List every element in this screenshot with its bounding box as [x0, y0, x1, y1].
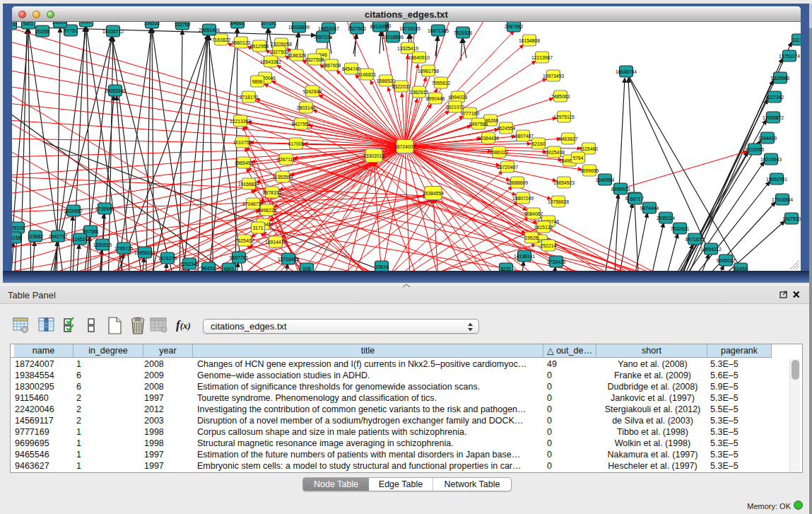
- svg-text:1678275: 1678275: [158, 256, 177, 261]
- svg-text:105: 105: [302, 267, 311, 271]
- svg-text:6497568: 6497568: [469, 122, 488, 127]
- svg-text:9699695: 9699695: [580, 168, 599, 173]
- svg-text:7485063: 7485063: [551, 94, 570, 99]
- svg-text:252214: 252214: [541, 243, 557, 248]
- svg-text:8958923: 8958923: [611, 187, 630, 192]
- svg-text:10958107: 10958107: [134, 250, 155, 255]
- svg-text:16961758: 16961758: [418, 69, 439, 74]
- svg-text:20691406: 20691406: [199, 28, 220, 33]
- svg-text:64661: 64661: [231, 22, 245, 25]
- svg-text:9245012: 9245012: [717, 258, 736, 263]
- svg-text:115682: 115682: [28, 234, 43, 239]
- svg-text:7986322: 7986322: [490, 150, 509, 155]
- svg-text:8912954: 8912954: [250, 44, 269, 49]
- svg-text:20053346: 20053346: [105, 88, 126, 93]
- svg-text:2020657: 2020657: [64, 209, 83, 214]
- svg-text:9657791: 9657791: [230, 255, 249, 260]
- svg-text:9329966: 9329966: [771, 76, 790, 81]
- svg-text:16648784: 16648784: [616, 69, 637, 74]
- svg-text:1733426: 1733426: [547, 259, 566, 264]
- svg-text:2867608: 2867608: [322, 63, 341, 68]
- svg-text:8660123: 8660123: [232, 40, 251, 45]
- svg-text:15716485: 15716485: [278, 257, 299, 262]
- svg-text:1250515: 1250515: [93, 243, 112, 247]
- svg-text:16210643: 16210643: [760, 157, 782, 162]
- svg-text:8990448: 8990448: [426, 96, 445, 101]
- svg-text:7357224: 7357224: [314, 35, 333, 40]
- svg-text:9896: 9896: [252, 79, 262, 84]
- svg-text:9474444: 9474444: [640, 206, 659, 211]
- svg-text:152760: 152760: [175, 22, 191, 27]
- svg-text:417006: 417006: [288, 141, 305, 146]
- svg-text:9463627: 9463627: [559, 136, 578, 141]
- svg-text:23302013: 23302013: [363, 153, 384, 158]
- svg-text:13751074: 13751074: [779, 54, 800, 59]
- svg-text:10719185: 10719185: [399, 26, 420, 31]
- svg-text:8215955: 8215955: [746, 147, 765, 152]
- svg-text:12213967: 12213967: [531, 55, 553, 60]
- svg-text:997588: 997588: [83, 229, 99, 234]
- svg-text:1795725: 1795725: [114, 246, 134, 251]
- svg-text:10807487: 10807487: [512, 134, 534, 139]
- svg-text:2718170: 2718170: [240, 95, 259, 100]
- svg-text:96450: 96450: [202, 266, 216, 271]
- svg-text:9227342: 9227342: [765, 95, 784, 100]
- svg-text:7955812: 7955812: [432, 81, 451, 86]
- svg-text:2935114: 2935114: [657, 216, 675, 221]
- svg-text:14136141: 14136141: [514, 254, 535, 259]
- svg-text:9242848: 9242848: [303, 89, 322, 94]
- svg-text:9327503: 9327503: [270, 49, 289, 54]
- svg-text:62160: 62160: [532, 141, 546, 146]
- svg-text:13325419: 13325419: [397, 46, 418, 51]
- svg-text:7515526: 7515526: [454, 30, 473, 35]
- svg-text:114519: 114519: [72, 237, 88, 242]
- svg-text:20364436: 20364436: [478, 136, 499, 141]
- svg-text:2069: 2069: [81, 22, 91, 24]
- svg-text:1010755: 1010755: [233, 140, 252, 145]
- svg-text:11173: 11173: [792, 37, 801, 42]
- svg-text:9411: 9411: [23, 22, 34, 26]
- svg-text:2087682: 2087682: [505, 24, 524, 29]
- svg-text:10543382: 10543382: [260, 59, 281, 64]
- svg-text:1362615: 1362615: [410, 90, 429, 95]
- svg-text:106532: 106532: [144, 22, 160, 25]
- svg-text:18640910: 18640910: [408, 55, 430, 60]
- svg-text:16671385: 16671385: [428, 28, 449, 33]
- svg-text:19166827: 19166827: [238, 182, 259, 187]
- svg-text:1244419: 1244419: [758, 136, 777, 141]
- svg-text:39159: 39159: [12, 235, 21, 240]
- svg-text:11353594: 11353594: [272, 175, 293, 180]
- svg-text:6994028: 6994028: [449, 95, 468, 100]
- svg-text:1167533: 1167533: [782, 216, 801, 221]
- svg-text:8454749: 8454749: [342, 66, 361, 71]
- svg-text:16154808: 16154808: [519, 38, 540, 43]
- svg-text:2803144: 2803144: [297, 105, 316, 110]
- svg-text:6871: 6871: [630, 197, 640, 201]
- svg-text:78100: 78100: [12, 22, 17, 27]
- svg-text:92450: 92450: [734, 267, 748, 271]
- svg-text:9146821: 9146821: [358, 72, 377, 77]
- svg-text:15720407: 15720407: [497, 165, 518, 170]
- svg-text:12213363: 12213363: [230, 119, 251, 124]
- svg-text:16033809: 16033809: [288, 25, 310, 30]
- svg-text:20269: 20269: [36, 29, 49, 34]
- svg-text:78100: 78100: [12, 226, 25, 230]
- svg-text:2942737: 2942737: [49, 234, 68, 239]
- svg-text:19218506: 19218506: [382, 35, 404, 40]
- svg-text:1735993: 1735993: [95, 206, 114, 211]
- svg-text:10688609: 10688609: [507, 180, 528, 185]
- svg-text:3624554: 3624554: [497, 126, 516, 131]
- svg-text:12093872: 12093872: [763, 115, 784, 120]
- svg-text:14055712: 14055712: [102, 29, 124, 34]
- svg-text:8231: 8231: [500, 267, 511, 271]
- svg-text:1292346: 1292346: [180, 262, 199, 267]
- svg-text:8322037: 8322037: [392, 84, 411, 89]
- svg-text:140557: 140557: [52, 22, 69, 25]
- svg-text:1965493: 1965493: [235, 160, 254, 165]
- svg-text:8427552: 8427552: [292, 122, 311, 127]
- svg-text:10973493: 10973493: [543, 74, 564, 78]
- svg-text:18724007: 18724007: [394, 144, 416, 149]
- svg-text:17016504: 17016504: [772, 197, 793, 202]
- svg-text:10756928: 10756928: [548, 199, 569, 204]
- svg-text:3171: 3171: [252, 226, 263, 230]
